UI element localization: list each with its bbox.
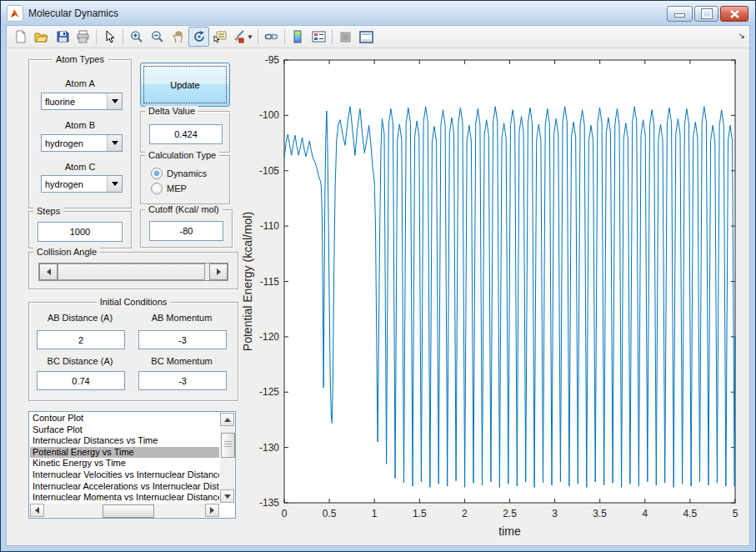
- horizontal-scroll-thumb[interactable]: [103, 504, 154, 518]
- open-file-button[interactable]: [31, 27, 52, 47]
- slider-thumb[interactable]: [58, 263, 205, 280]
- show-plot-tools-dock-button[interactable]: [356, 27, 377, 47]
- delta-value-title: Delta Value: [145, 106, 198, 116]
- figure-toolbar: ▼: [7, 26, 749, 48]
- ab-momentum-label: AB Momentum: [138, 313, 225, 323]
- ab-distance-input[interactable]: 2: [37, 330, 125, 349]
- cutoff-input[interactable]: -80: [149, 221, 223, 241]
- list-item[interactable]: Internuclear Accelerations vs Internucle…: [30, 481, 219, 493]
- plot-type-listbox[interactable]: Contour PlotSurface PlotInternuclear Dis…: [28, 411, 236, 519]
- print-button[interactable]: [73, 27, 93, 47]
- brush-data-button[interactable]: [230, 27, 248, 47]
- minimize-button[interactable]: [667, 6, 693, 22]
- link-chain-icon: [264, 30, 278, 43]
- hide-plot-tools-button[interactable]: [335, 27, 356, 47]
- minimize-icon: [674, 13, 685, 18]
- data-cursor-button[interactable]: [209, 27, 230, 47]
- insert-colorbar-button[interactable]: [288, 27, 308, 47]
- cutoff-panel: Cutoff (Kcal/ mol) -80: [140, 209, 233, 248]
- listbox-horizontal-scrollbar[interactable]: [30, 504, 219, 517]
- maximize-icon: [702, 9, 712, 18]
- toolbar-separator: [123, 29, 123, 45]
- mep-radio-label: MEP: [167, 183, 187, 193]
- atom-b-dropdown-button[interactable]: [107, 135, 122, 151]
- x-tick-label: 0.5: [323, 508, 337, 519]
- list-item[interactable]: Surface Plot: [30, 424, 219, 436]
- list-item[interactable]: Contour Plot: [30, 413, 219, 424]
- chevron-down-icon: [112, 99, 118, 103]
- new-figure-button[interactable]: [10, 27, 31, 47]
- ab-momentum-input[interactable]: -3: [138, 330, 227, 349]
- radio-icon[interactable]: [151, 168, 163, 179]
- save-button[interactable]: [52, 27, 73, 47]
- calculation-type-panel: Calculation Type Dynamics MEP: [140, 155, 230, 204]
- legend-icon: [312, 30, 326, 43]
- steps-input[interactable]: 1000: [38, 222, 123, 242]
- dynamics-radio-label: Dynamics: [167, 168, 207, 178]
- dynamics-radio[interactable]: Dynamics: [151, 168, 207, 179]
- zoom-out-button[interactable]: [147, 27, 168, 47]
- x-tick-label: 4.5: [683, 508, 698, 519]
- mep-radio[interactable]: MEP: [151, 183, 187, 194]
- triangle-up-icon: [224, 418, 231, 422]
- edit-pointer-button[interactable]: [99, 27, 120, 47]
- bc-momentum-input[interactable]: -3: [138, 371, 227, 390]
- update-button[interactable]: Update: [140, 63, 230, 107]
- pan-button[interactable]: [168, 27, 188, 47]
- x-tick-label: 1: [372, 508, 378, 519]
- atom-c-dropdown-button[interactable]: [107, 176, 122, 192]
- radio-icon[interactable]: [151, 183, 163, 194]
- vertical-scroll-thumb[interactable]: [221, 433, 235, 458]
- toolbar-overflow-icon[interactable]: ↘: [738, 31, 745, 40]
- listbox-vertical-scrollbar[interactable]: [220, 413, 234, 503]
- x-tick-label: 5: [733, 508, 738, 519]
- bc-distance-input[interactable]: 0.74: [37, 371, 125, 390]
- slider-right-arrow-button[interactable]: [209, 263, 228, 280]
- brush-icon: [233, 30, 246, 43]
- scroll-up-button[interactable]: [220, 413, 234, 426]
- steps-title: Steps: [33, 206, 63, 216]
- toolbar-separator: [258, 29, 258, 45]
- rotate-3d-icon: [193, 30, 206, 43]
- ab-distance-label: AB Distance (A): [37, 313, 123, 323]
- scroll-down-button[interactable]: [220, 489, 234, 503]
- triangle-right-icon: [210, 507, 214, 514]
- delta-value-input[interactable]: 0.424: [149, 124, 223, 144]
- collision-angle-slider[interactable]: [38, 263, 228, 281]
- close-button[interactable]: [720, 6, 748, 22]
- list-item[interactable]: Internuclear Momenta vs Internuclear Dis…: [30, 492, 219, 503]
- slider-left-arrow-button[interactable]: [39, 263, 58, 280]
- window-title: Molecular Dynamics: [28, 8, 118, 19]
- rotate-3d-button[interactable]: [188, 27, 209, 47]
- initial-conditions-panel: Initial Conditions AB Distance (A) AB Mo…: [28, 302, 238, 401]
- zoom-in-button[interactable]: [126, 27, 147, 47]
- triangle-right-icon: [217, 268, 221, 275]
- title-bar[interactable]: Molecular Dynamics: [1, 1, 755, 25]
- close-icon: [730, 10, 739, 18]
- save-floppy-icon: [56, 30, 69, 43]
- new-figure-icon: [14, 30, 28, 43]
- scroll-left-button[interactable]: [30, 504, 44, 517]
- maximize-button[interactable]: [694, 6, 718, 22]
- bc-momentum-label: BC Momentum: [138, 356, 225, 366]
- list-item[interactable]: Internuclear Velocities vs Internuclear …: [30, 469, 219, 481]
- x-tick-label: 2: [462, 508, 468, 519]
- atom-a-dropdown[interactable]: fluorine: [41, 93, 123, 110]
- chevron-down-icon: [112, 141, 118, 145]
- atom-c-dropdown[interactable]: hydrogen: [41, 175, 123, 193]
- list-item[interactable]: Potential Energy vs Time: [30, 447, 219, 459]
- atom-b-dropdown[interactable]: hydrogen: [41, 134, 123, 152]
- atom-a-dropdown-button[interactable]: [107, 93, 122, 109]
- list-item[interactable]: Internuclear Distances vs Time: [30, 435, 219, 447]
- atom-a-label: Atom A: [29, 78, 131, 88]
- x-axis-label: time: [498, 524, 521, 538]
- link-plot-button[interactable]: [261, 27, 282, 47]
- listbox-rows: Contour PlotSurface PlotInternuclear Dis…: [30, 413, 219, 503]
- y-tick-label: -135: [259, 497, 279, 509]
- list-item[interactable]: Kinetic Energy vs Time: [30, 458, 219, 469]
- toolbar-separator: [284, 29, 285, 45]
- scroll-right-button[interactable]: [205, 504, 219, 517]
- y-tick-label: -105: [259, 165, 279, 177]
- insert-legend-button[interactable]: [308, 27, 329, 47]
- brush-dropdown-caret-icon[interactable]: ▼: [247, 33, 253, 41]
